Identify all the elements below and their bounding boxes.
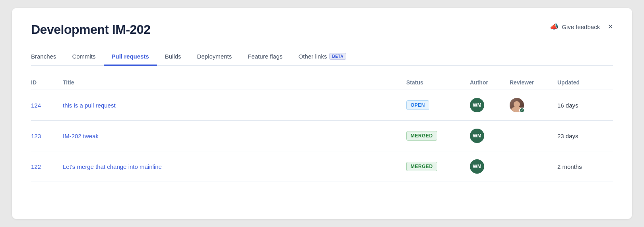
row-reviewer-124: ✓ [510,98,557,112]
table-header: ID Title Status Author Reviewer Updated [31,75,613,90]
reviewer-avatar-124: ✓ [510,98,524,112]
tab-commits[interactable]: Commits [64,48,103,66]
author-avatar-122: WM [470,159,484,174]
col-header-updated: Updated [557,79,613,86]
tab-other-links[interactable]: Other links BETA [291,48,354,66]
beta-badge: BETA [329,53,346,60]
row-updated-124: 16 days [557,102,613,109]
row-updated-123: 23 days [557,133,613,139]
header-actions: 📣 Give feedback × [550,22,613,31]
col-header-reviewer: Reviewer [510,79,557,86]
status-badge-merged: MERGED [406,131,437,141]
tab-pull-requests[interactable]: Pull requests [104,48,157,66]
table-row: 122 Let's merge that change into mainlin… [31,151,613,182]
page-title: Development IM-202 [31,22,150,37]
col-header-status: Status [406,79,470,86]
row-author-123: WM [470,129,510,143]
card-header: Development IM-202 📣 Give feedback × [31,22,613,37]
close-button[interactable]: × [608,22,613,31]
col-header-author: Author [470,79,510,86]
main-card: Development IM-202 📣 Give feedback × Bra… [12,8,632,219]
megaphone-icon: 📣 [550,22,559,31]
row-title-122[interactable]: Let's merge that change into mainline [63,163,406,170]
row-title-123[interactable]: IM-202 tweak [63,133,406,139]
status-badge-merged-2: MERGED [406,162,437,171]
tab-deployments[interactable]: Deployments [189,48,240,66]
col-header-title: Title [63,79,406,86]
tab-feature-flags[interactable]: Feature flags [240,48,291,66]
row-status-124: OPEN [406,100,470,110]
author-avatar-124: WM [470,98,484,112]
tab-bar: Branches Commits Pull requests Builds De… [31,48,613,66]
tab-builds[interactable]: Builds [157,48,189,66]
row-id-122[interactable]: 122 [31,163,63,170]
table-container: ID Title Status Author Reviewer Updated … [31,75,613,182]
row-author-124: WM [470,98,510,112]
row-id-124[interactable]: 124 [31,102,63,109]
row-title-124[interactable]: this is a pull request [63,102,406,109]
tab-branches[interactable]: Branches [31,48,64,66]
table-row: 124 this is a pull request OPEN WM ✓ 16 … [31,90,613,121]
author-avatar-123: WM [470,129,484,143]
row-status-123: MERGED [406,131,470,141]
status-badge-open: OPEN [406,100,429,110]
col-header-id: ID [31,79,63,86]
row-status-122: MERGED [406,162,470,171]
give-feedback-button[interactable]: 📣 Give feedback [550,22,600,31]
row-author-122: WM [470,159,510,174]
reviewer-check-icon: ✓ [519,108,525,113]
table-row: 123 IM-202 tweak MERGED WM 23 days [31,121,613,151]
row-id-123[interactable]: 123 [31,133,63,139]
row-updated-122: 2 months [557,163,613,170]
give-feedback-label: Give feedback [562,23,600,30]
